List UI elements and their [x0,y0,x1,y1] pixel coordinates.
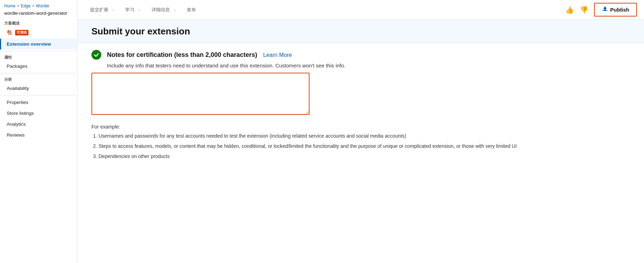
sidebar-item-properties[interactable]: Properties [0,97,77,108]
content-area: Submit your extension Notes for certific… [77,20,644,263]
thumbs-down-button[interactable]: 👎 [578,5,590,15]
topbar-step-details[interactable]: 详细信息 › [146,5,181,14]
sidebar-item-analytics[interactable]: Analytics [0,119,77,130]
sidebar: Home > Edge > Wordle wordle-random-word-… [0,0,77,263]
topbar-step-details-label: 详细信息 [152,7,170,13]
breadcrumb-home[interactable]: Home [4,4,15,8]
topbar-step-submit-label: 提交扩展 [90,7,108,13]
svg-marker-1 [603,6,607,10]
sidebar-section-analysis: 分析 [0,75,77,83]
examples-list: Usernames and passwords for any test acc… [91,132,630,160]
breadcrumb-edge[interactable]: Edge [21,4,31,8]
sidebar-item-store-listings-label: Store listings [7,111,34,116]
sidebar-divider-2 [0,73,77,73]
svg-rect-0 [602,10,607,11]
sidebar-item-package-label: 包 [7,29,12,36]
cert-learn-more-link[interactable]: Learn More [263,52,292,58]
topbar-steps: 提交扩展 › 学习 › 详细信息 › 发布 [84,5,202,14]
topbar-step-publish-label: 发布 [187,7,196,13]
sidebar-section-availability: 属性 [0,53,77,61]
topbar-step-learn[interactable]: 学习 › [120,5,146,14]
example-item-2: Steps to access features, models, or con… [98,143,630,150]
sidebar-item-availability[interactable]: Availability [0,83,77,94]
breadcrumb-product: Wordle [36,4,49,8]
example-item-1: Usernames and passwords for any test acc… [98,132,630,140]
cert-title: Notes for certification (less than 2,000… [107,51,292,59]
topbar-step-submit[interactable]: 提交扩展 › [84,5,120,14]
topbar-step-publish[interactable]: 发布 [181,5,202,14]
cert-section: Notes for certification (less than 2,000… [77,43,644,118]
thumbs-container: 👍 👎 [564,5,590,15]
sidebar-item-analytics-label: Analytics [7,121,26,127]
publish-icon [602,6,608,14]
sidebar-item-extension-overview-label: Extension overview [7,41,51,47]
breadcrumb-sep2: > [32,4,34,8]
sidebar-item-packages[interactable]: Packages [0,61,77,72]
sidebar-item-packages-label: Packages [7,64,27,69]
examples-section: For example: Usernames and passwords for… [77,124,644,160]
cert-subtitle: Include any info that testers need to un… [107,63,630,68]
cert-header: Notes for certification (less than 2,000… [91,50,630,60]
cert-title-text: Notes for certification (less than 2,000… [107,51,257,58]
sidebar-item-store-listings[interactable]: Store listings [0,108,77,119]
extension-name: wordle-random-word-generator [0,10,77,19]
sidebar-divider-3 [0,95,77,96]
cert-check-icon [91,50,101,60]
submit-banner: Submit your extension [77,20,644,43]
sidebar-divider-1 [0,51,77,51]
sidebar-item-properties-label: Properties [7,100,28,105]
example-item-3: Dependencies on other products [98,153,630,160]
sidebar-item-availability-label: Availability [7,86,29,91]
sidebar-item-reviews[interactable]: Reviews [0,130,77,140]
thumbs-up-button[interactable]: 👍 [564,5,575,15]
sidebar-item-extension-overview[interactable]: Extension overview [0,39,77,50]
publish-button[interactable]: Publish [594,3,637,17]
publish-label: Publish [610,7,629,13]
main-content: 提交扩展 › 学习 › 详细信息 › 发布 👍 👎 [77,0,644,263]
topbar: 提交扩展 › 学习 › 详细信息 › 发布 👍 👎 [77,0,644,20]
notes-textarea[interactable] [91,73,310,115]
sidebar-item-reviews-label: Reviews [7,132,25,138]
topbar-actions: 👍 👎 Publish [564,3,637,17]
breadcrumb: Home > Edge > Wordle [0,0,77,10]
breadcrumb-sep1: > [17,4,19,8]
sidebar-item-package[interactable]: 包 可用性 [0,27,77,39]
topbar-step-learn-label: 学习 [125,7,134,13]
sidebar-section-overview: 方案概述 [0,19,77,27]
examples-title: For example: [91,124,630,130]
submit-title: Submit your extension [91,26,630,37]
package-badge: 可用性 [15,30,28,35]
